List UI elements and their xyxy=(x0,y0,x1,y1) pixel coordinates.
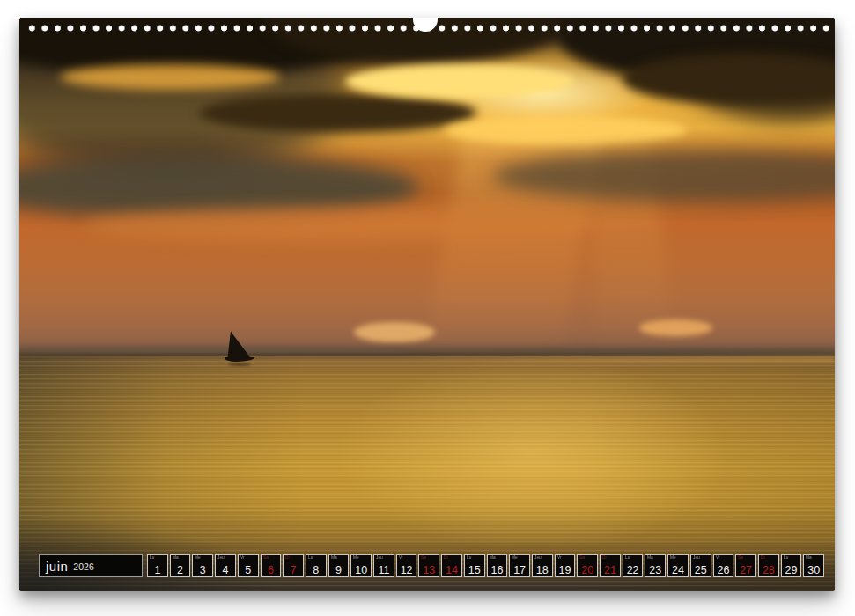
calendar-day-cell: Me24 xyxy=(667,554,689,577)
day-cells-row: Lu1Ma2Me3Jeu4Vr5Sa6Di7Lu8Ma9Me10Jeu11Vr1… xyxy=(147,554,824,577)
day-of-week-label: Sa xyxy=(579,555,585,561)
day-of-week-label: Lu xyxy=(784,555,788,561)
day-of-week-label: Di xyxy=(285,555,290,561)
calendar-day-cell: Ma9 xyxy=(328,554,350,577)
year-label: 2026 xyxy=(73,560,93,572)
day-of-week-label: Ma xyxy=(806,555,812,561)
day-of-week-label: Sa xyxy=(263,555,269,561)
calendar-day-cell: Sa6 xyxy=(261,554,282,577)
day-number: 14 xyxy=(446,565,458,576)
calendar-day-cell: Lu1 xyxy=(147,554,168,577)
day-number: 26 xyxy=(717,565,729,576)
calendar-day-cell: Ma30 xyxy=(803,554,824,577)
cloud xyxy=(85,208,590,242)
calendar-day-cell: Vr26 xyxy=(713,554,734,577)
day-number: 18 xyxy=(536,565,549,576)
cloud xyxy=(199,93,476,134)
calendar-day-cell: Ma23 xyxy=(645,554,666,577)
day-number: 27 xyxy=(740,565,752,576)
day-number: 13 xyxy=(423,565,435,576)
calendar-day-cell: Lu29 xyxy=(781,554,802,577)
day-number: 16 xyxy=(490,565,503,576)
calendar-day-cell: Jeu25 xyxy=(690,554,711,577)
day-number: 15 xyxy=(468,565,481,576)
calendar-day-cell: Vr5 xyxy=(238,554,259,577)
calendar-day-cell: Di7 xyxy=(283,554,304,577)
calendar-day-cell: Vr12 xyxy=(396,554,417,577)
day-number: 8 xyxy=(313,565,319,576)
sail xyxy=(227,331,250,358)
day-of-week-label: Jeu xyxy=(217,555,225,561)
day-number: 11 xyxy=(378,565,389,576)
day-of-week-label: Me xyxy=(353,555,359,561)
day-of-week-label: Vr xyxy=(716,555,720,561)
calendar-day-cell: Me10 xyxy=(350,554,372,577)
day-number: 21 xyxy=(604,565,616,576)
calendar-day-cell: Vr19 xyxy=(555,554,576,577)
day-number: 28 xyxy=(763,565,775,576)
day-number: 6 xyxy=(268,565,274,576)
day-of-week-label: Di xyxy=(444,555,448,561)
day-number: 30 xyxy=(807,565,820,576)
calendar-day-cell: Jeu4 xyxy=(215,554,236,577)
calendar-day-cell: Jeu18 xyxy=(532,554,553,577)
calendar-day-cell: Ma2 xyxy=(170,554,191,577)
day-of-week-label: Me xyxy=(195,555,201,561)
day-number: 25 xyxy=(695,565,707,576)
day-of-week-label: Lu xyxy=(467,555,471,561)
day-of-week-label: Me xyxy=(670,555,676,561)
calendar-day-cell: Sa13 xyxy=(418,554,439,577)
day-of-week-label: Lu xyxy=(625,555,630,561)
day-number: 2 xyxy=(177,565,183,576)
day-of-week-label: Lu xyxy=(308,555,313,561)
day-of-week-label: Jeu xyxy=(534,555,542,561)
calendar-day-cell: Di14 xyxy=(441,554,462,577)
calendar-day-cell: Di28 xyxy=(758,554,779,577)
day-number: 19 xyxy=(559,565,571,576)
day-of-week-label: Lu xyxy=(150,555,154,561)
day-number: 4 xyxy=(222,565,228,576)
calendar-day-cell: Lu15 xyxy=(464,554,485,577)
calendar-day-cell: Me3 xyxy=(192,554,213,577)
day-of-week-label: Sa xyxy=(738,555,743,561)
day-of-week-label: Vr xyxy=(399,555,403,561)
calendar-day-cell: Sa27 xyxy=(735,554,756,577)
month-title-box: juin 2026 xyxy=(39,554,143,577)
day-number: 20 xyxy=(581,565,593,576)
cloud xyxy=(354,322,436,342)
day-number: 12 xyxy=(401,565,413,576)
calendar-day-cell: Sa20 xyxy=(577,554,598,577)
day-of-week-label: Ma xyxy=(647,555,653,561)
day-of-week-label: Vr xyxy=(557,555,562,561)
calendar-day-cell: Di21 xyxy=(600,554,621,577)
sailboat-silhouette xyxy=(225,331,256,366)
day-number: 10 xyxy=(355,565,367,576)
day-of-week-label: Sa xyxy=(421,555,426,561)
day-of-week-label: Me xyxy=(512,555,518,561)
calendar-page-photo: juin 2026 Lu1Ma2Me3Jeu4Vr5Sa6Di7Lu8Ma9Me… xyxy=(19,18,835,591)
day-number: 9 xyxy=(335,565,342,576)
day-of-week-label: Ma xyxy=(490,555,496,561)
calendar-strip: juin 2026 Lu1Ma2Me3Jeu4Vr5Sa6Di7Lu8Ma9Me… xyxy=(39,554,824,577)
hill-ridge xyxy=(19,348,410,353)
day-number: 17 xyxy=(513,565,526,576)
calendar-day-cell: Lu22 xyxy=(623,554,644,577)
month-label: juin xyxy=(46,559,68,574)
day-of-week-label: Ma xyxy=(173,555,179,561)
day-number: 5 xyxy=(245,565,251,576)
day-number: 29 xyxy=(785,565,798,576)
day-number: 24 xyxy=(672,565,684,576)
day-of-week-label: Di xyxy=(761,555,765,561)
day-of-week-label: Vr xyxy=(240,555,245,561)
day-of-week-label: Di xyxy=(602,555,607,561)
calendar-day-cell: Me17 xyxy=(509,554,530,577)
day-number: 7 xyxy=(291,565,297,576)
day-number: 22 xyxy=(627,565,639,576)
day-of-week-label: Jeu xyxy=(693,555,700,561)
calendar-day-cell: Lu8 xyxy=(306,554,327,577)
calendar-day-cell: Ma16 xyxy=(487,554,508,577)
calendar-day-cell: Jeu11 xyxy=(373,554,394,577)
day-number: 3 xyxy=(200,565,206,576)
boat-reflection xyxy=(228,363,251,366)
cloud-highlight xyxy=(345,64,573,99)
